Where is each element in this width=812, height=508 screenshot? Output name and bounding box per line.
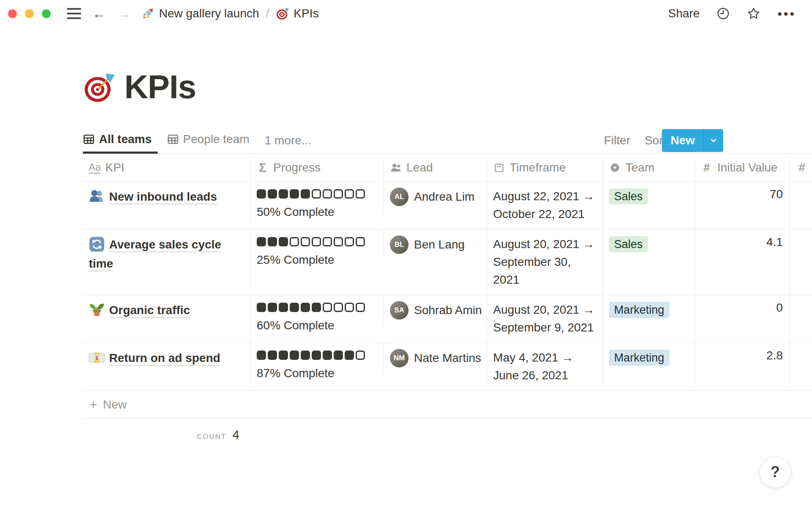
add-row-button[interactable]: + New <box>83 391 812 419</box>
team-cell[interactable]: Marketing <box>603 343 694 390</box>
add-row-label: New <box>103 398 127 411</box>
progress-squares <box>257 303 378 312</box>
tab-people-team[interactable]: People team <box>167 127 255 154</box>
avatar: NM <box>390 349 409 367</box>
column-header-progress[interactable]: Σ Progress <box>250 154 384 181</box>
timeframe-cell[interactable]: May 4, 2021 → June 26, 2021 <box>487 343 603 390</box>
column-header-timeframe[interactable]: Timeframe <box>487 154 603 181</box>
progress-label: 60% Complete <box>257 319 378 332</box>
kpi-cell[interactable]: Average sales cycle time <box>83 229 250 295</box>
kpi-page-link[interactable]: New inbound leads <box>109 190 217 204</box>
breadcrumb-root-label: New gallery launch <box>159 7 259 20</box>
column-header-lead[interactable]: Lead <box>384 154 487 181</box>
timeframe-cell[interactable]: August 20, 2021 → September 9, 2021 <box>487 295 603 342</box>
timeframe-cell[interactable]: August 20, 2021 → September 30, 2021 <box>487 229 603 295</box>
kpi-cell[interactable]: $ Return on ad spend <box>83 343 250 390</box>
kpi-table: Aa KPI Σ Progress Lead Timeframe <box>83 154 812 442</box>
page-header: KPIs <box>0 27 812 106</box>
table-row: Organic traffic 60% Complete SA Sohrab A… <box>83 295 812 343</box>
breadcrumb: New gallery launch / KPIs <box>141 7 319 20</box>
column-header-initial-value[interactable]: # Initial Value <box>694 154 790 181</box>
team-tag[interactable]: Sales <box>609 236 648 252</box>
lead-cell[interactable]: SA Sohrab Amin <box>384 295 487 326</box>
star-favorite-icon[interactable] <box>747 7 760 20</box>
breadcrumb-separator: / <box>266 7 269 20</box>
close-window-button[interactable] <box>8 9 17 18</box>
team-tag[interactable]: Marketing <box>609 302 669 318</box>
progress-cell[interactable]: 60% Complete <box>250 295 384 342</box>
new-button-label[interactable]: New <box>662 134 703 147</box>
breadcrumb-root[interactable]: New gallery launch <box>141 7 259 20</box>
team-cell[interactable]: Sales <box>603 229 694 295</box>
table-header-row: Aa KPI Σ Progress Lead Timeframe <box>83 154 812 182</box>
more-views-button[interactable]: 1 more... <box>265 134 311 147</box>
zoom-window-button[interactable] <box>42 9 51 18</box>
busts-in-silhouette-icon <box>89 188 105 204</box>
team-cell[interactable]: Sales <box>603 182 694 229</box>
progress-cell[interactable]: 50% Complete <box>250 182 384 229</box>
lead-cell[interactable]: AL Andrea Lim <box>384 182 487 212</box>
kpi-cell[interactable]: Organic traffic <box>83 295 250 342</box>
kpi-page-link[interactable]: Return on ad spend <box>109 351 220 366</box>
cutoff-cell[interactable] <box>790 182 812 229</box>
formula-icon: Σ <box>257 162 269 174</box>
lead-cell[interactable]: BL Ben Lang <box>384 229 487 260</box>
help-button[interactable]: ? <box>760 456 791 488</box>
team-cell[interactable]: Marketing <box>603 295 694 342</box>
arrows-cycle-icon <box>89 236 105 252</box>
progress-label: 50% Complete <box>257 205 378 219</box>
calendar-icon <box>493 162 505 174</box>
progress-label: 87% Complete <box>257 367 378 380</box>
cutoff-cell[interactable] <box>790 229 812 295</box>
breadcrumb-current[interactable]: KPIs <box>276 7 318 20</box>
column-header-cutoff[interactable]: # <box>790 154 812 181</box>
minimize-window-button[interactable] <box>25 9 34 18</box>
cutoff-cell[interactable] <box>790 343 812 390</box>
new-record-button[interactable]: New <box>662 129 723 152</box>
chevron-down-icon <box>709 136 718 145</box>
table-view-icon <box>167 133 179 145</box>
progress-cell[interactable]: 25% Complete <box>250 229 384 295</box>
person-icon <box>390 162 402 174</box>
kpi-page-link[interactable]: Average sales cycle time <box>89 238 221 271</box>
tab-label: All teams <box>99 133 152 146</box>
tab-label: People team <box>183 133 250 146</box>
page-title[interactable]: KPIs <box>124 68 196 106</box>
forward-arrow-icon[interactable]: → <box>117 7 130 20</box>
kpi-page-link[interactable]: Organic traffic <box>109 304 190 318</box>
team-tag[interactable]: Sales <box>609 188 648 204</box>
initial-value-cell[interactable]: 4.1 <box>694 229 790 295</box>
table-row: Average sales cycle time 25% Complete BL… <box>83 229 812 295</box>
number-icon: # <box>701 162 713 174</box>
progress-squares <box>257 351 378 360</box>
progress-cell[interactable]: 87% Complete <box>250 343 384 390</box>
page-target-icon[interactable] <box>83 71 115 103</box>
tab-all-teams[interactable]: All teams <box>83 127 158 154</box>
team-tag[interactable]: Marketing <box>609 350 669 366</box>
initial-value-cell[interactable]: 70 <box>694 182 790 229</box>
breadcrumb-current-label: KPIs <box>294 7 318 20</box>
back-arrow-icon[interactable]: ← <box>92 7 106 20</box>
avatar: SA <box>390 301 409 320</box>
lead-name: Ben Lang <box>414 238 465 251</box>
sidebar-menu-icon[interactable] <box>67 8 81 19</box>
progress-squares <box>257 189 378 199</box>
plus-icon: + <box>90 398 97 411</box>
initial-value-cell[interactable]: 2.8 <box>694 343 790 390</box>
column-header-team[interactable]: Team <box>603 154 694 181</box>
count-row[interactable]: COUNT 4 <box>83 419 250 442</box>
share-button[interactable]: Share <box>668 7 700 20</box>
new-button-dropdown[interactable] <box>703 129 723 152</box>
title-icon: Aa <box>89 162 101 174</box>
lead-cell[interactable]: NM Nate Martins <box>384 343 487 373</box>
initial-value-cell[interactable]: 0 <box>694 295 790 342</box>
more-options-icon[interactable]: ••• <box>777 11 796 17</box>
column-header-kpi[interactable]: Aa KPI <box>83 154 250 181</box>
filter-button[interactable]: Filter <box>604 134 630 147</box>
table-row: $ Return on ad spend 87% Complete NM Nat… <box>83 343 812 391</box>
cutoff-cell[interactable] <box>790 295 812 342</box>
clock-updates-icon[interactable] <box>716 7 730 20</box>
timeframe-cell[interactable]: August 22, 2021 → October 22, 2021 <box>487 182 603 229</box>
traffic-lights <box>8 9 51 18</box>
kpi-cell[interactable]: New inbound leads <box>83 182 250 229</box>
